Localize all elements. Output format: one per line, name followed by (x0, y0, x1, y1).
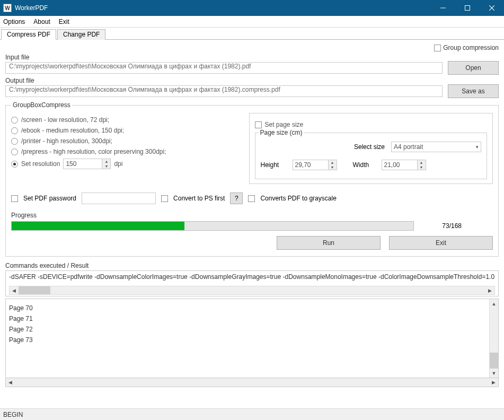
password-input[interactable] (82, 192, 156, 204)
log-line: Page 73 (9, 336, 486, 344)
scroll-left-icon[interactable]: ◀ (10, 286, 19, 294)
tab-change-pdf[interactable]: Change PDF (57, 29, 105, 40)
svg-rect-0 (465, 6, 470, 11)
log-hscrollbar[interactable]: ◀ ▶ (5, 378, 499, 387)
command-hscrollbar[interactable]: ◀ ▶ (9, 286, 495, 295)
command-text: -dSAFER -sDEVICE=pdfwrite -dDownsampleCo… (9, 273, 495, 281)
output-file-field[interactable]: C:\myprojects\workerpdf\test\Московская … (5, 85, 443, 97)
scroll-right-icon[interactable]: ▶ (485, 286, 494, 294)
height-spinner-arrows[interactable]: ▲▼ (328, 160, 337, 170)
set-page-size-checkbox[interactable] (255, 121, 262, 128)
menubar: Options About Exit (0, 16, 504, 28)
save-as-button[interactable]: Save as (448, 84, 499, 98)
dpi-value[interactable]: 150 (64, 159, 102, 169)
scroll-thumb[interactable] (490, 353, 498, 369)
output-file-label: Output file (5, 77, 499, 84)
height-label: Height (261, 161, 287, 169)
progress-fill (12, 222, 184, 230)
statusbar: BEGIN (0, 408, 504, 420)
radio-printer[interactable] (11, 138, 18, 145)
close-button[interactable] (480, 0, 504, 16)
menu-options[interactable]: Options (3, 18, 25, 25)
question-icon: ? (235, 195, 238, 202)
progress-label: Progress (11, 212, 493, 219)
help-button[interactable]: ? (230, 192, 243, 204)
width-value[interactable]: 21,00 (382, 160, 417, 170)
groupbox-compress-legend: GroupBoxCompress (11, 101, 72, 109)
set-pdf-password-checkbox[interactable] (11, 195, 18, 202)
set-page-size-label: Set page size (265, 121, 304, 128)
status-text: BEGIN (3, 411, 23, 418)
select-size-label: Select size (354, 143, 385, 151)
convert-ps-checkbox[interactable] (161, 195, 168, 202)
width-label: Width (353, 161, 376, 169)
menu-about[interactable]: About (33, 18, 50, 25)
minimize-button[interactable] (431, 0, 455, 16)
radio-printer-label: /printer - high resolution, 300dpi; (21, 137, 112, 145)
scroll-thumb[interactable] (19, 286, 50, 294)
log-box[interactable]: Page 70 Page 71 Page 72 Page 73 ▲ ▼ (5, 299, 499, 378)
select-size-value: A4 portrait (394, 143, 423, 151)
progress-bar (11, 221, 414, 231)
log-line: Page 70 (9, 304, 486, 312)
groupbox-compress: GroupBoxCompress /screen - low resolutio… (5, 101, 499, 257)
log-line: Page 71 (9, 315, 486, 322)
radio-set-resolution-label: Set resolution (21, 160, 60, 168)
log-vscrollbar[interactable]: ▲ ▼ (489, 299, 498, 378)
app-icon: W (3, 4, 12, 12)
radio-prepress[interactable] (11, 148, 18, 155)
log-line: Page 72 (9, 326, 486, 333)
radio-screen[interactable] (11, 117, 18, 124)
window-title: WorkerPDF (15, 4, 53, 12)
result-label: Commands executed / Result (5, 262, 499, 269)
radio-screen-label: /screen - low resolution, 72 dpi; (21, 116, 109, 124)
scroll-down-icon[interactable]: ▼ (490, 369, 498, 378)
progress-text: 73/168 (442, 222, 462, 230)
menu-exit[interactable]: Exit (59, 18, 69, 25)
page-size-group: Page size (cm) Select size A4 portrait ▾… (255, 133, 488, 179)
scroll-left-icon[interactable]: ◀ (6, 378, 15, 387)
dpi-spinner-arrows[interactable]: ▲▼ (102, 159, 110, 169)
titlebar: W WorkerPDF (0, 0, 504, 16)
width-spinner-arrows[interactable]: ▲▼ (417, 160, 426, 170)
tab-strip: Compress PDF Change PDF (0, 28, 504, 40)
radio-ebook-label: /ebook - medium resolution, 150 dpi; (21, 127, 124, 134)
select-size-dropdown[interactable]: A4 portrait ▾ (391, 142, 481, 152)
scroll-up-icon[interactable]: ▲ (490, 299, 498, 308)
height-value[interactable]: 29,70 (293, 160, 328, 170)
radio-prepress-label: /prepress - high resolution, color prese… (21, 148, 166, 155)
run-button[interactable]: Run (277, 236, 381, 250)
group-compression-label: Group compression (443, 44, 499, 51)
input-file-label: Input file (5, 54, 499, 61)
convert-ps-label: Convert to PS first (173, 195, 225, 202)
width-spinner[interactable]: 21,00 ▲▼ (382, 160, 426, 170)
set-pdf-password-label: Set PDF password (23, 195, 76, 202)
scroll-right-icon[interactable]: ▶ (489, 378, 498, 387)
tab-compress-pdf[interactable]: Compress PDF (1, 29, 56, 40)
command-result-box[interactable]: -dSAFER -sDEVICE=pdfwrite -dDownsampleCo… (5, 270, 499, 296)
group-compression-checkbox[interactable] (434, 45, 441, 51)
input-file-field[interactable]: C:\myprojects\workerpdf\test\Московская … (5, 62, 443, 74)
radio-set-resolution[interactable] (11, 161, 18, 168)
dpi-spinner[interactable]: 150 ▲▼ (63, 159, 111, 169)
dpi-suffix: dpi (114, 160, 122, 168)
grayscale-label: Converts PDF to grayscale (260, 195, 336, 202)
open-button[interactable]: Open (448, 61, 499, 75)
chevron-down-icon: ▾ (476, 144, 479, 150)
maximize-button[interactable] (455, 0, 480, 16)
page-size-legend: Page size (cm) (259, 129, 304, 136)
log-content: Page 70 Page 71 Page 72 Page 73 (6, 299, 489, 378)
radio-ebook[interactable] (11, 127, 18, 134)
exit-button[interactable]: Exit (389, 236, 493, 250)
height-spinner[interactable]: 29,70 ▲▼ (293, 160, 337, 170)
grayscale-checkbox[interactable] (248, 195, 255, 202)
